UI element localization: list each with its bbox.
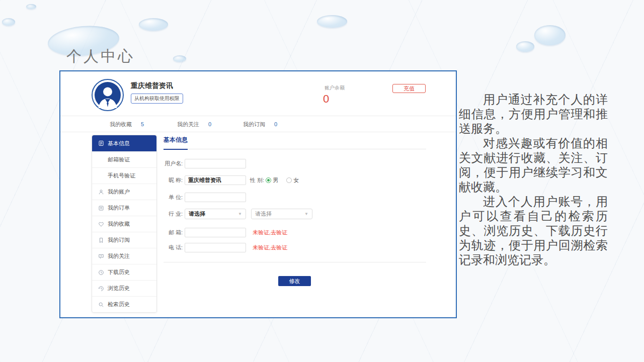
sidebar-item-label: 我的订阅 (108, 236, 130, 244)
balance-value: 0 (323, 93, 329, 106)
watercolor-blob (317, 15, 347, 28)
stat-value: 5 (141, 121, 144, 127)
user-icon (98, 189, 104, 195)
heart-icon (98, 221, 104, 227)
user-avatar-icon (95, 82, 121, 108)
industry-label: 行 业: (164, 210, 183, 218)
stat-value: 0 (274, 121, 277, 127)
nickname-input[interactable] (185, 175, 246, 185)
form-row-unit: 单 位: (164, 192, 246, 202)
balance-label: 账户余额 (325, 84, 345, 92)
stat-label: 我的收藏 (110, 121, 132, 127)
form-row-email: 邮 箱: 未验证,去验证 (164, 227, 287, 237)
watercolor-blob (26, 4, 36, 9)
profile-name: 重庆维普资讯 (131, 81, 173, 90)
watercolor-blob (139, 18, 168, 31)
watercolor-blob (2, 18, 15, 26)
description-paragraph: 进入个人用户账号，用户可以查看自己的检索历史、浏览历史、下载历史行为轨迹，便于用… (459, 194, 608, 267)
follow-icon (98, 253, 104, 259)
watercolor-blob (534, 25, 566, 45)
divider (60, 132, 456, 132)
unit-input[interactable] (185, 193, 246, 202)
document-icon (98, 140, 104, 146)
gender-male-radio[interactable] (266, 177, 271, 183)
stat-my-follows[interactable]: 我的关注0 (177, 121, 211, 128)
username-label: 用户名: (164, 160, 183, 167)
sidebar-item-label: 基本信息 (108, 140, 130, 147)
industry-select-2[interactable]: 请选择 ▼ (251, 209, 312, 219)
gender-male-label: 男 (273, 176, 278, 184)
slide: 个人中心 重庆维普资讯 从机构获取使用权限 账户余额 0 充值 我的收藏5 我的… (0, 0, 644, 362)
sidebar-item-email-verify[interactable]: 邮箱验证 (92, 151, 156, 167)
divider (60, 116, 456, 116)
sidebar-item-my-account[interactable]: 我的账户 (92, 184, 156, 200)
personal-center-screenshot: 重庆维普资讯 从机构获取使用权限 账户余额 0 充值 我的收藏5 我的关注0 我… (59, 70, 457, 318)
description-paragraph: 用户通过补充个人的详细信息，方便用户管理和推送服务。 (459, 92, 608, 136)
gender-female-radio[interactable] (286, 177, 292, 183)
sidebar-item-label: 我的关注 (108, 252, 130, 260)
stat-my-subscriptions[interactable]: 我的订阅0 (243, 121, 277, 128)
sidebar-item-label: 下载历史 (108, 268, 130, 276)
modify-button[interactable]: 修改 (278, 276, 311, 286)
sidebar-item-label: 我的收藏 (108, 220, 130, 228)
gender-female-label: 女 (293, 176, 299, 184)
sidebar-item-my-subscriptions[interactable]: 我的订阅 (92, 232, 156, 248)
sidebar-item-phone-verify[interactable]: 手机号验证 (92, 167, 156, 184)
download-history-icon (98, 269, 104, 276)
form-row-industry: 行 业: 请选择 ▼ 请选择 ▼ (164, 209, 312, 219)
bookmark-icon (98, 237, 104, 243)
tab-basic-info[interactable]: 基本信息 (164, 136, 188, 150)
unit-label: 单 位: (164, 194, 183, 201)
watercolor-blob (516, 41, 534, 52)
description-text: 用户通过补充个人的详细信息，方便用户管理和推送服务。 对感兴趣或有价值的相关文献… (459, 92, 608, 267)
form-row-username: 用户名: (164, 158, 246, 168)
get-institution-permission-button[interactable]: 从机构获取使用权限 (131, 94, 183, 104)
sidebar-item-basic-info[interactable]: 基本信息 (92, 135, 156, 151)
phone-input[interactable] (185, 243, 246, 252)
username-input[interactable] (185, 159, 246, 168)
clock-history-icon (98, 286, 104, 292)
phone-unverified-link[interactable]: 未验证,去验证 (253, 244, 287, 251)
email-input[interactable] (185, 228, 246, 237)
sidebar-item-my-favorites[interactable]: 我的收藏 (92, 216, 156, 232)
industry-select-2-value: 请选择 (255, 210, 272, 218)
tab-row: 基本信息 (164, 135, 426, 149)
gender-group: 性 别: 男 女 (250, 176, 299, 184)
industry-select-1[interactable]: 请选择 ▼ (185, 209, 246, 219)
email-label: 邮 箱: (164, 229, 183, 236)
search-history-icon (98, 302, 104, 308)
email-unverified-link[interactable]: 未验证,去验证 (253, 229, 287, 236)
sidebar-item-label: 检索历史 (108, 301, 130, 308)
recharge-button[interactable]: 充值 (392, 84, 426, 93)
gender-label: 性 别: (250, 176, 264, 184)
sidebar-item-browse-history[interactable]: 浏览历史 (92, 280, 156, 296)
basic-info-panel: 基本信息 用户名: 昵 称: 性 别: 男 女 单 位: (164, 135, 426, 149)
phone-label: 电 话: (164, 244, 183, 251)
form-row-nickname: 昵 称: 性 别: 男 女 (164, 175, 299, 185)
sidebar-item-label: 我的账户 (108, 188, 130, 196)
chevron-down-icon: ▼ (238, 212, 242, 216)
sidebar-item-label: 手机号验证 (108, 172, 135, 179)
sidebar-item-search-history[interactable]: 检索历史 (92, 296, 156, 312)
form-row-phone: 电 话: 未验证,去验证 (164, 242, 287, 252)
sidebar-item-download-history[interactable]: 下载历史 (92, 264, 156, 280)
stat-my-favorites[interactable]: 我的收藏5 (110, 121, 144, 128)
order-icon (98, 205, 104, 211)
sidebar-item-label: 浏览历史 (108, 285, 130, 292)
avatar (92, 79, 124, 111)
nickname-label: 昵 称: (164, 176, 183, 184)
sidebar-item-my-follows[interactable]: 我的关注 (92, 248, 156, 264)
chevron-down-icon: ▼ (304, 212, 308, 216)
stat-label: 我的订阅 (243, 121, 265, 127)
sidebar-item-label: 邮箱验证 (108, 156, 130, 163)
sidebar-item-my-orders[interactable]: 我的订单 (92, 200, 156, 216)
sidebar: 基本信息 邮箱验证 手机号验证 我的账户 我的订单 我的收藏 我 (92, 135, 157, 313)
stat-value: 0 (208, 121, 211, 127)
watercolor-blob (173, 55, 186, 62)
sidebar-item-label: 我的订单 (108, 204, 130, 212)
description-paragraph: 对感兴趣或有价值的相关文献进行收藏、关注、订阅，便于用户继续学习和文献收藏。 (459, 136, 608, 194)
divider (164, 262, 426, 262)
page-title: 个人中心 (66, 46, 135, 67)
industry-select-1-value: 请选择 (189, 210, 205, 218)
stat-label: 我的关注 (177, 121, 199, 127)
